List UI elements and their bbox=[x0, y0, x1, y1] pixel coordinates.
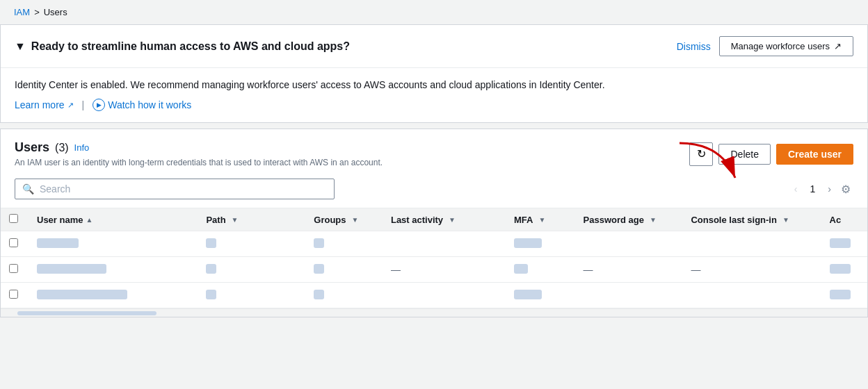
row3-groups bbox=[305, 283, 383, 308]
row1-path-value bbox=[206, 238, 216, 248]
row1-checkbox-cell bbox=[1, 231, 29, 257]
pagination-controls: ‹ 1 › ⚙ bbox=[790, 180, 853, 199]
row1-path bbox=[198, 231, 305, 257]
row2-path-value bbox=[206, 264, 216, 274]
users-table: User name ▲ Path ▼ Groups ▼ bbox=[1, 208, 867, 308]
table-title-area: Users (3) Info An IAM user is an identit… bbox=[15, 140, 383, 167]
row3-checkbox-cell bbox=[1, 283, 29, 308]
banner-links: Learn more ↗ | ▶ Watch how it works bbox=[15, 99, 853, 111]
row3-ac bbox=[821, 283, 867, 308]
refresh-button[interactable]: ↻ bbox=[689, 142, 713, 166]
column-settings-button[interactable]: ⚙ bbox=[838, 180, 853, 199]
pagination-next-button[interactable]: › bbox=[823, 181, 835, 197]
row1-lastactivity bbox=[383, 231, 506, 257]
row1-passwordage bbox=[575, 231, 683, 257]
row3-username bbox=[29, 283, 198, 308]
delete-button[interactable]: Delete bbox=[718, 144, 770, 165]
consolesignin-filter-icon[interactable]: ▼ bbox=[782, 216, 789, 224]
groups-filter-icon[interactable]: ▼ bbox=[352, 216, 359, 224]
col-groups: Groups ▼ bbox=[305, 208, 383, 231]
col-path-label: Path bbox=[206, 215, 225, 225]
col-lastactivity: Last activity ▼ bbox=[383, 208, 506, 231]
passwordage-filter-icon[interactable]: ▼ bbox=[650, 216, 657, 224]
breadcrumb-separator: > bbox=[34, 7, 40, 17]
row3-mfa bbox=[506, 283, 575, 308]
row2-ac bbox=[821, 257, 867, 283]
link-separator: | bbox=[82, 99, 85, 110]
row1-checkbox[interactable] bbox=[9, 238, 18, 247]
row3-consolesignin bbox=[682, 283, 821, 308]
breadcrumb-current: Users bbox=[44, 7, 67, 17]
col-ac-label: Ac bbox=[830, 215, 842, 225]
breadcrumb-iam-link[interactable]: IAM bbox=[14, 7, 30, 17]
table-header-row: User name ▲ Path ▼ Groups ▼ bbox=[1, 208, 867, 231]
table-actions: ↻ Delete Create user bbox=[689, 142, 853, 166]
dismiss-button[interactable]: Dismiss bbox=[677, 41, 711, 52]
row3-path-value bbox=[206, 290, 216, 299]
row2-username bbox=[29, 257, 198, 283]
users-panel: Users (3) Info An IAM user is an identit… bbox=[0, 129, 868, 317]
row3-groups-value bbox=[314, 290, 324, 299]
row3-lastactivity bbox=[383, 283, 506, 308]
col-mfa-label: MFA bbox=[514, 215, 533, 225]
banner-header: ▼ Ready to streamline human access to AW… bbox=[1, 25, 867, 68]
banner-actions: Dismiss Manage workforce users ↗ bbox=[677, 36, 853, 56]
row3-username-value bbox=[37, 290, 127, 299]
sort-asc-icon[interactable]: ▲ bbox=[86, 216, 93, 224]
banner-title-text: Ready to streamline human access to AWS … bbox=[31, 40, 350, 53]
col-mfa: MFA ▼ bbox=[506, 208, 575, 231]
info-link[interactable]: Info bbox=[74, 142, 90, 153]
banner-description: Identity Center is enabled. We recommend… bbox=[15, 79, 853, 90]
learn-more-label: Learn more bbox=[15, 99, 65, 110]
scrollbar-area bbox=[1, 308, 867, 317]
col-passwordage-label: Password age bbox=[584, 215, 644, 225]
row2-ac-value bbox=[830, 264, 851, 274]
col-consolesignin: Console last sign-in ▼ bbox=[682, 208, 821, 231]
table-description: An IAM user is an identity with long-ter… bbox=[15, 158, 383, 167]
row1-groups-value bbox=[314, 238, 324, 248]
external-icon-small: ↗ bbox=[67, 101, 74, 110]
table-row bbox=[1, 231, 867, 257]
collapse-icon[interactable]: ▼ bbox=[15, 40, 26, 53]
row2-lastactivity: — bbox=[383, 257, 506, 283]
identity-center-banner: ▼ Ready to streamline human access to AW… bbox=[0, 24, 868, 123]
col-username: User name ▲ bbox=[29, 208, 198, 231]
row2-checkbox[interactable] bbox=[9, 264, 18, 273]
search-area: 🔍 ‹ 1 › ⚙ bbox=[1, 173, 867, 208]
row1-ac-value bbox=[830, 238, 851, 248]
table-body: — — — bbox=[1, 231, 867, 308]
table-row: — — — bbox=[1, 257, 867, 283]
manage-workforce-label: Manage workforce users bbox=[731, 41, 830, 51]
refresh-icon: ↻ bbox=[697, 147, 706, 160]
path-filter-icon[interactable]: ▼ bbox=[232, 216, 239, 224]
table-header: Users (3) Info An IAM user is an identit… bbox=[1, 129, 867, 173]
row1-ac bbox=[821, 231, 867, 257]
watch-how-link[interactable]: ▶ Watch how it works bbox=[93, 99, 191, 111]
col-groups-label: Groups bbox=[314, 215, 346, 225]
search-input[interactable] bbox=[40, 183, 327, 194]
play-icon: ▶ bbox=[93, 99, 105, 111]
search-icon: 🔍 bbox=[22, 183, 34, 194]
create-user-button[interactable]: Create user bbox=[776, 144, 853, 165]
pagination-prev-button[interactable]: ‹ bbox=[790, 181, 802, 197]
learn-more-link[interactable]: Learn more ↗ bbox=[15, 99, 74, 110]
row2-consolesignin: — bbox=[682, 257, 821, 283]
row2-groups bbox=[305, 257, 383, 283]
table-head: User name ▲ Path ▼ Groups ▼ bbox=[1, 208, 867, 231]
row3-mfa-value bbox=[514, 290, 542, 299]
row2-passwordage: — bbox=[575, 257, 683, 283]
select-all-checkbox[interactable] bbox=[9, 214, 18, 223]
mfa-filter-icon[interactable]: ▼ bbox=[538, 216, 545, 224]
row1-consolesignin bbox=[682, 231, 821, 257]
lastactivity-filter-icon[interactable]: ▼ bbox=[449, 216, 456, 224]
table-title-row: Users (3) Info bbox=[15, 140, 383, 155]
row3-path bbox=[198, 283, 305, 308]
row3-checkbox[interactable] bbox=[9, 290, 18, 299]
row2-username-value bbox=[37, 264, 106, 274]
col-username-label: User name bbox=[37, 215, 83, 225]
banner-title-area: ▼ Ready to streamline human access to AW… bbox=[15, 40, 350, 53]
scrollbar-thumb[interactable] bbox=[17, 311, 156, 315]
manage-workforce-button[interactable]: Manage workforce users ↗ bbox=[719, 36, 853, 56]
table-row bbox=[1, 283, 867, 308]
row1-groups bbox=[305, 231, 383, 257]
